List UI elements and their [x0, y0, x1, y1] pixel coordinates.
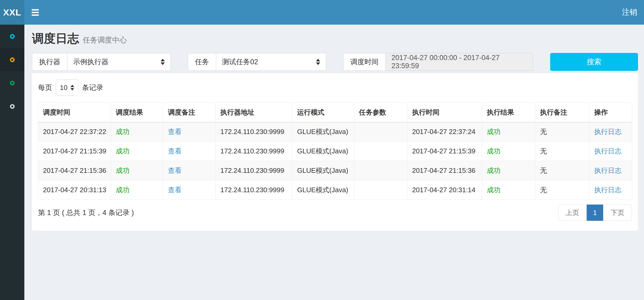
exec-log-link[interactable]: 执行日志 [594, 128, 621, 136]
cell-handle-result: 成功 [482, 142, 535, 161]
log-list-panel: 每页 10 条记录 调度时间 调度结果 调度备注 执行器地址 运行模式 任务参数 [32, 73, 638, 231]
select-arrows-icon [316, 59, 320, 65]
cell-trigger-result: 成功 [111, 122, 163, 142]
job-filter-group: 任务 测试任务02 [188, 53, 326, 71]
cell-trigger-time: 2017-04-27 21:15:39 [38, 142, 111, 161]
hamburger-icon [32, 9, 39, 16]
select-arrows-icon [161, 59, 165, 65]
table-footer: 第 1 页 ( 总共 1 页，4 条记录 ) 上页 1 下页 [38, 205, 632, 221]
main-content: 调度日志任务调度中心 执行器 示例执行器 任务 测试任务02 调度时间 2017… [24, 25, 644, 300]
schedule-time-label: 调度时间 [343, 53, 385, 71]
sidebar-toggle-button[interactable] [24, 0, 46, 25]
table-row: 2017-04-27 21:15:36 成功 查看 172.24.110.230… [38, 161, 632, 180]
cell-handle-time: 2017-04-27 21:15:39 [407, 142, 482, 161]
next-page-button[interactable]: 下页 [603, 205, 632, 221]
page-size-select[interactable]: 10 [56, 79, 78, 96]
executor-select[interactable]: 示例执行器 [67, 53, 171, 71]
table-row: 2017-04-27 21:15:39 成功 查看 172.24.110.230… [38, 142, 632, 161]
prev-page-button[interactable]: 上页 [558, 205, 587, 221]
circle-o-icon [10, 81, 15, 85]
sidebar-item-2-active[interactable] [0, 48, 24, 71]
top-navbar: XXL 注销 [0, 0, 644, 25]
page-size-prefix: 每页 [38, 83, 52, 92]
current-page-button[interactable]: 1 [587, 205, 603, 221]
cell-handle-result: 成功 [482, 161, 535, 180]
cell-trigger-time: 2017-04-27 20:31:13 [38, 180, 111, 200]
executor-select-value: 示例执行器 [73, 57, 108, 67]
filter-bar: 执行器 示例执行器 任务 测试任务02 调度时间 2017-04-27 00:0… [32, 53, 638, 71]
sidebar-item-4[interactable] [0, 95, 24, 118]
cell-run-mode: GLUE模式(Java) [292, 122, 354, 142]
cell-handle-time: 2017-04-27 22:37:24 [407, 122, 482, 142]
dispatch-log-table: 调度时间 调度结果 调度备注 执行器地址 运行模式 任务参数 执行时间 执行结果… [38, 103, 632, 200]
executor-filter-group: 执行器 示例执行器 [32, 53, 171, 71]
cell-handle-time: 2017-04-27 20:31:14 [407, 180, 482, 200]
cell-handle-time: 2017-04-27 21:15:36 [407, 161, 482, 180]
cell-trigger-time: 2017-04-27 22:37:22 [38, 122, 111, 142]
col-handle-time: 执行时间 [407, 103, 482, 122]
cell-run-mode: GLUE模式(Java) [292, 180, 354, 200]
col-handle-result: 执行结果 [482, 103, 535, 122]
col-executor-address: 执行器地址 [216, 103, 292, 122]
navbar-spacer [46, 0, 615, 25]
col-trigger-result: 调度结果 [111, 103, 163, 122]
pagination-summary: 第 1 页 ( 总共 1 页，4 条记录 ) [38, 208, 134, 217]
col-job-param: 任务参数 [354, 103, 407, 122]
cell-executor-address: 172.24.110.230:9999 [216, 180, 292, 200]
exec-log-link[interactable]: 执行日志 [594, 186, 621, 194]
col-trigger-msg: 调度备注 [163, 103, 216, 122]
circle-o-icon [10, 104, 15, 109]
exec-log-link[interactable]: 执行日志 [594, 147, 621, 155]
col-run-mode: 运行模式 [292, 103, 354, 122]
cell-trigger-result: 成功 [111, 142, 163, 161]
schedule-time-input[interactable]: 2017-04-27 00:00:00 - 2017-04-27 23:59:5… [385, 53, 533, 71]
page-subtitle: 任务调度中心 [83, 36, 127, 44]
cell-trigger-result: 成功 [111, 180, 163, 200]
schedule-time-filter-group: 调度时间 2017-04-27 00:00:00 - 2017-04-27 23… [343, 53, 533, 71]
cell-handle-msg: 无 [535, 142, 590, 161]
table-row: 2017-04-27 22:37:22 成功 查看 172.24.110.230… [38, 122, 632, 142]
page-title: 调度日志 [32, 32, 79, 45]
select-arrows-icon [70, 85, 74, 90]
col-handle-msg: 执行备注 [535, 103, 590, 122]
cell-handle-result: 成功 [482, 180, 535, 200]
cell-executor-address: 172.24.110.230:9999 [216, 122, 292, 142]
view-trigger-msg-link[interactable]: 查看 [168, 128, 182, 136]
view-trigger-msg-link[interactable]: 查看 [168, 186, 182, 194]
sidebar-item-3[interactable] [0, 71, 24, 95]
view-trigger-msg-link[interactable]: 查看 [168, 167, 182, 174]
search-button[interactable]: 搜索 [550, 53, 638, 71]
cell-executor-address: 172.24.110.230:9999 [216, 142, 292, 161]
cell-trigger-result: 成功 [111, 161, 163, 180]
cell-job-param [354, 180, 407, 200]
cell-trigger-time: 2017-04-27 21:15:36 [38, 161, 111, 180]
cell-job-param [354, 122, 407, 142]
job-select-value: 测试任务02 [222, 57, 258, 67]
cell-handle-result: 成功 [482, 122, 535, 142]
pagination: 上页 1 下页 [558, 205, 632, 221]
sidebar-item-1[interactable] [0, 25, 24, 48]
sidebar [0, 25, 24, 300]
schedule-time-value: 2017-04-27 00:00:00 - 2017-04-27 23:59:5… [391, 54, 527, 70]
circle-o-icon [10, 34, 15, 39]
job-filter-label: 任务 [188, 53, 216, 71]
cell-handle-msg: 无 [535, 122, 590, 142]
cell-handle-msg: 无 [535, 161, 590, 180]
cell-run-mode: GLUE模式(Java) [292, 161, 354, 180]
logout-link[interactable]: 注销 [615, 0, 644, 25]
table-header-row: 调度时间 调度结果 调度备注 执行器地址 运行模式 任务参数 执行时间 执行结果… [38, 103, 632, 122]
page-header: 调度日志任务调度中心 [24, 25, 644, 45]
cell-job-param [354, 142, 407, 161]
col-action: 操作 [590, 103, 632, 122]
view-trigger-msg-link[interactable]: 查看 [168, 147, 182, 155]
job-select[interactable]: 测试任务02 [216, 53, 326, 71]
cell-executor-address: 172.24.110.230:9999 [216, 161, 292, 180]
table-row: 2017-04-27 20:31:13 成功 查看 172.24.110.230… [38, 180, 632, 200]
app-logo[interactable]: XXL [0, 0, 24, 25]
page-size-suffix: 条记录 [82, 83, 103, 92]
cell-job-param [354, 161, 407, 180]
page-size-row: 每页 10 条记录 [38, 79, 632, 96]
col-trigger-time: 调度时间 [38, 103, 111, 122]
executor-filter-label: 执行器 [32, 53, 67, 71]
exec-log-link[interactable]: 执行日志 [594, 167, 621, 174]
